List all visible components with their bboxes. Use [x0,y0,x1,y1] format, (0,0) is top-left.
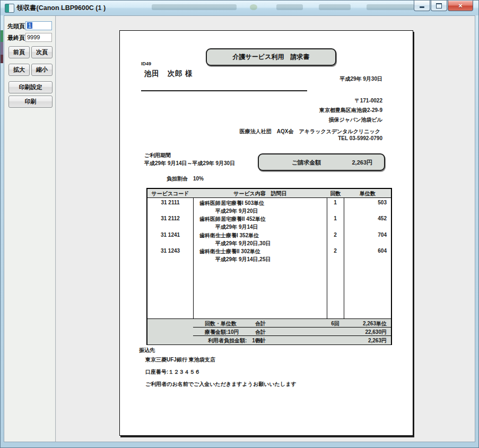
table-row-code: 31 1241 [147,232,193,238]
maximize-button[interactable] [431,1,447,11]
background-window-ghost [319,4,351,10]
patient-name-underline [141,90,307,91]
prev-page-button[interactable]: 前頁 [8,46,30,58]
title-bar: 領収書(Canon LBP9600C (1 ) × [1,1,478,15]
billing-amount: 2,263円 [352,159,372,167]
col-header-service-detail: サービス内容 訪問日 [194,190,327,197]
period-label: ご利用期間 [144,152,171,159]
invoice-page: 介護サービス利用 請求書 ID49 池田 次郎 様 平成29年 9月30日 〒1… [119,30,413,436]
total-sum-label: 合計 [255,337,266,344]
total-sum-label: 合計 [255,320,266,328]
table-row-desc: 歯科衛生士療養II 302単位 [199,248,260,255]
billing-amount-box: ご請求金額 2,263円 [258,153,385,171]
col-header-units: 単位数 [344,190,391,197]
table-row-count: 2 [327,232,344,238]
payee-label: 振込先 [139,347,155,354]
totals-row-units: 回数・単位数 合計 6回 2,263単位 [193,318,391,328]
service-table: サービスコード サービス内容 訪問日 回数 単位数 31 2111 歯科医師居宅… [146,188,392,345]
next-page-button[interactable]: 次頁 [31,46,53,58]
table-row-code: 31 1243 [147,248,193,254]
background-window-ghost [276,4,303,10]
table-row-desc: 歯科衛生士療養I 352単位 [199,232,259,239]
total-sum-label: 合計 [255,329,266,336]
zoom-out-button[interactable]: 縮小 [31,64,53,76]
table-row-count: 1 [327,200,344,205]
print-preview-window: 領収書(Canon LBP9600C (1 ) × 先頭頁 1 最終頁 [0,0,479,448]
client-area: 先頭頁 1 最終頁 9999 前頁 次頁 拡大 縮小 印刷設定 印刷 介護サービ… [4,15,475,442]
clinic-address2: 損保ジャパン池袋ビル [329,116,382,124]
clinic-name: 医療法人社団 AQX会 アキラックスデンタルクリニック [240,128,380,135]
last-page-input[interactable]: 9999 [25,33,52,42]
total-value: 2,263円 [327,337,387,344]
app-icon [5,4,14,13]
total-value: 2,263単位 [344,320,387,328]
close-button[interactable]: × [448,1,473,11]
table-column-line [344,189,344,335]
patient-name: 池田 次郎 様 [144,69,193,79]
payee-account: 口座番号:１２３４５６ [145,368,200,376]
table-row-desc: 歯科医師居宅療養I 503単位 [199,200,264,207]
payee-bank: 東京三菱UFJ銀行 東池袋支店 [145,356,215,364]
table-row-code: 31 2112 [147,216,193,221]
close-icon: × [458,1,463,10]
last-page-value: 9999 [27,34,40,40]
total-label: 回数・単位数 [205,320,237,328]
print-button[interactable]: 印刷 [8,96,53,108]
window-controls: × [413,1,473,11]
col-header-service-code: サービスコード [147,190,193,197]
print-settings-button[interactable]: 印刷設定 [8,81,53,93]
table-row-units: 452 [344,216,387,221]
preview-area: 介護サービス利用 請求書 ID49 池田 次郎 様 平成29年 9月30日 〒1… [56,16,475,442]
clinic-postal: 〒171-0022 [355,97,382,105]
table-header-row: サービスコード サービス内容 訪問日 回数 単位数 [147,189,391,198]
totals-row-amount: 療養金額:10円 合計 22,630円 [193,327,391,336]
clinic-address1: 東京都豊島区南池袋2-29-9 [319,107,382,114]
background-window-artifact [1,42,3,55]
patient-id: ID49 [141,61,151,66]
period-value: 平成29年 9月14日～平成29年 9月30日 [144,160,235,167]
total-label: 利用者負担金額: 10% [208,337,263,344]
table-row-date: 平成29年 9月14日,25日 [215,256,271,263]
total-count: 6回 [327,320,344,328]
table-row-date: 平成29年 9月14日 [215,223,258,231]
table-row-count: 2 [327,248,344,254]
billing-label: ご請求金額 [292,159,321,167]
table-row-desc: 歯科医師居宅療養II 452単位 [199,216,266,223]
burden-ratio: 負担割合 10% [167,175,204,183]
background-window-ghost [367,4,414,10]
table-row-units: 704 [344,232,387,238]
maximize-icon [436,3,442,8]
table-row-count: 1 [327,216,344,221]
first-page-input[interactable]: 1 [25,21,52,30]
background-window-artifact [1,30,3,42]
background-window-ghost [152,4,237,10]
document-title-box: 介護サービス利用 請求書 [206,48,336,66]
issue-date: 平成29年 9月30日 [339,75,382,83]
payee-note: ご利用者のお名前でご入金いただきますようお願いいたします [145,381,297,388]
total-label: 療養金額:10円 [205,329,239,336]
background-window-artifact [1,55,3,63]
minimize-icon [420,6,424,8]
table-row-units: 503 [344,200,387,205]
minimize-button[interactable] [414,1,430,11]
clinic-tel: TEL 03-5992-0790 [338,135,382,141]
total-value: 22,630円 [344,329,387,336]
table-row-units: 604 [344,248,387,254]
totals-row-burden: 利用者負担金額: 10% 合計 2,263円 [193,335,391,344]
first-page-value: 1 [27,22,32,29]
totals-left-cell [147,318,193,344]
zoom-in-button[interactable]: 拡大 [8,64,30,76]
document-title: 介護サービス利用 請求書 [233,53,310,62]
background-window-ghost [250,4,257,10]
window-title: 領収書(Canon LBP9600C (1 ) [16,4,106,13]
col-header-count: 回数 [327,190,344,197]
control-sidebar: 先頭頁 1 最終頁 9999 前頁 次頁 拡大 縮小 印刷設定 印刷 [4,16,55,442]
last-page-label: 最終頁 [7,34,25,42]
first-page-label: 先頭頁 [7,22,25,30]
table-row-date: 平成29年 9月20日 [215,208,258,215]
table-row-date: 平成29年 9月20日,30日 [215,240,271,247]
table-row-code: 31 2111 [147,200,193,205]
